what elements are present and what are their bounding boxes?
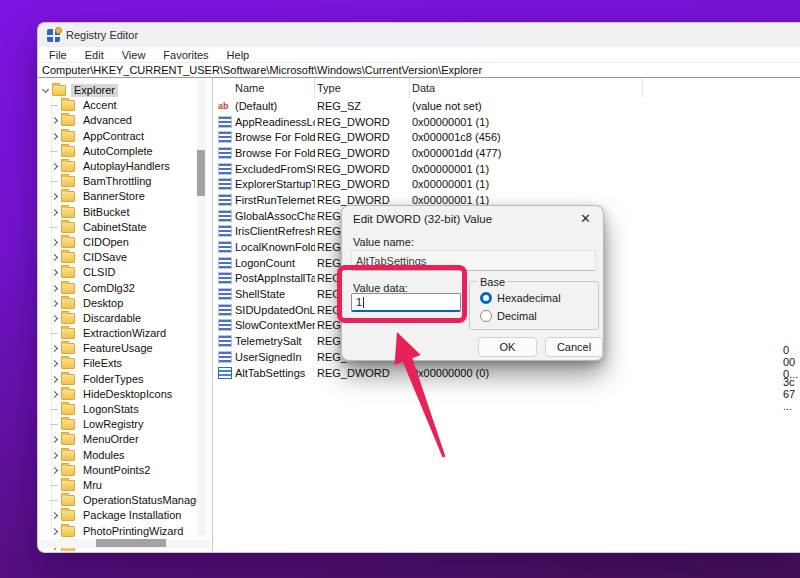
- tree-item-bannerstore[interactable]: BannerStore: [38, 189, 212, 204]
- menu-item-view[interactable]: View: [113, 47, 155, 62]
- chevron-right-icon[interactable]: [49, 389, 59, 399]
- menu-item-file[interactable]: File: [40, 47, 76, 62]
- chevron-right-icon[interactable]: [49, 526, 59, 536]
- chevron-right-icon[interactable]: [49, 359, 59, 369]
- chevron-right-icon[interactable]: [49, 313, 59, 323]
- tree-item-autoplayhandlers[interactable]: AutoplayHandlers: [38, 159, 212, 174]
- value-data-input[interactable]: 1: [351, 293, 461, 312]
- chevron-glyph: [50, 117, 57, 124]
- menu-item-help[interactable]: Help: [218, 47, 259, 62]
- tree-item-package-installation[interactable]: Package Installation: [38, 508, 212, 523]
- tree-item-mountpoints2[interactable]: MountPoints2: [38, 463, 212, 478]
- tree-item-cidopen[interactable]: CIDOpen: [38, 235, 212, 250]
- menu-item-favorites[interactable]: Favorites: [154, 47, 217, 62]
- tree-item-explorer[interactable]: Explorer: [38, 83, 212, 98]
- chevron-right-icon[interactable]: [49, 162, 59, 172]
- value-data: (value not set): [410, 100, 800, 112]
- tree-item-advanced[interactable]: Advanced: [38, 113, 212, 128]
- tree-item-foldertypes[interactable]: FolderTypes: [38, 372, 212, 387]
- tree-item-hidedesktopicons[interactable]: HideDesktopIcons: [38, 387, 212, 402]
- tree-item-appcontract[interactable]: AppContract: [38, 129, 212, 144]
- chevron-right-icon[interactable]: [49, 207, 59, 217]
- chevron-right-icon[interactable]: [49, 450, 59, 460]
- chevron-glyph: [50, 239, 57, 246]
- chevron-right-icon[interactable]: [49, 237, 59, 247]
- tree-item-extractionwizard[interactable]: ExtractionWizard: [38, 326, 212, 341]
- value-row-appreadinesslo-[interactable]: AppReadinessLo...REG_DWORD0x00000001 (1): [213, 114, 800, 130]
- radio-selected-icon[interactable]: [480, 292, 492, 304]
- tree-item-label: ComDlg32: [80, 282, 138, 295]
- chevron-right-icon[interactable]: [49, 511, 59, 521]
- tree-item-modules[interactable]: Modules: [38, 448, 212, 463]
- ok-button[interactable]: OK: [478, 337, 537, 357]
- value-row-explorerstartuptr-[interactable]: ExplorerStartupTr...REG_DWORD0x00000001 …: [213, 176, 800, 192]
- tree-item-fileexts[interactable]: FileExts: [38, 356, 212, 371]
- tree-vertical-scrollbar[interactable]: [197, 80, 206, 535]
- column-header-name[interactable]: Name: [213, 78, 315, 98]
- title-bar[interactable]: Registry Editor: [38, 23, 800, 47]
- menu-item-edit[interactable]: Edit: [76, 47, 113, 62]
- folder-icon: [61, 176, 75, 187]
- tree-item-operationstatusmanager[interactable]: OperationStatusManager: [38, 493, 212, 508]
- chevron-glyph: [50, 512, 57, 519]
- reg-dword-icon: [218, 178, 232, 190]
- tree-horizontal-scrollbar-thumb[interactable]: [96, 539, 166, 547]
- value-row-browse-for-fold-[interactable]: Browse For Fold...REG_DWORD0x000001c8 (4…: [213, 129, 800, 145]
- tree-item-comdlg32[interactable]: ComDlg32: [38, 280, 212, 295]
- column-header-data[interactable]: Data: [410, 78, 643, 98]
- tree-item-featureusage[interactable]: FeatureUsage: [38, 341, 212, 356]
- tree-item-cabinetstate[interactable]: CabinetState: [38, 220, 212, 235]
- tree-item-menuorder[interactable]: MenuOrder: [38, 432, 212, 447]
- tree-item-label: MountPoints2: [80, 464, 153, 477]
- folder-icon: [61, 237, 75, 248]
- radio-unselected-icon[interactable]: [480, 310, 492, 322]
- tree-item-photoprintingwizard[interactable]: PhotoPrintingWizard: [38, 523, 212, 538]
- tree-item-autocomplete[interactable]: AutoComplete: [38, 144, 212, 159]
- chevron-right-icon[interactable]: [49, 116, 59, 126]
- tree-item-label: Accent: [80, 99, 120, 112]
- tree-item-logonstats[interactable]: LogonStats: [38, 402, 212, 417]
- folder-icon: [61, 298, 75, 309]
- column-header-type[interactable]: Type: [315, 78, 410, 98]
- tree-item-lowregistry[interactable]: LowRegistry: [38, 417, 212, 432]
- tree-item-bitbucket[interactable]: BitBucket: [38, 205, 212, 220]
- chevron-right-icon[interactable]: [49, 131, 59, 141]
- folder-icon: [61, 146, 75, 157]
- value-row-alttabsettings[interactable]: AltTabSettingsREG_DWORD0x00000000 (0): [213, 365, 800, 381]
- reg-dword-icon: [218, 319, 232, 331]
- tree-item-accent[interactable]: Accent: [38, 98, 212, 113]
- chevron-right-icon[interactable]: [49, 298, 59, 308]
- value-data: 0x00000001 (1): [410, 116, 800, 128]
- tree-item-desktop[interactable]: Desktop: [38, 296, 212, 311]
- chevron-right-icon[interactable]: [49, 465, 59, 475]
- tree-connector: [49, 177, 59, 187]
- tree-item-bamthrottling[interactable]: BamThrottling: [38, 174, 212, 189]
- tree-pane: ExplorerAccentAdvancedAppContractAutoCom…: [38, 78, 213, 551]
- chevron-right-icon[interactable]: [49, 344, 59, 354]
- value-row--default-[interactable]: ab(Default)REG_SZ(value not set): [213, 98, 800, 114]
- value-name: TelemetrySalt: [235, 335, 315, 347]
- hexadecimal-radio[interactable]: Hexadecimal: [480, 292, 561, 304]
- tree-item-clsid[interactable]: CLSID: [38, 265, 212, 280]
- decimal-label: Decimal: [497, 310, 537, 322]
- tree-vertical-scrollbar-thumb[interactable]: [197, 150, 205, 196]
- chevron-right-icon[interactable]: [49, 283, 59, 293]
- cancel-button[interactable]: Cancel: [545, 337, 603, 357]
- connector-stub: [50, 181, 58, 182]
- decimal-radio[interactable]: Decimal: [480, 310, 537, 322]
- tree-connector: [49, 496, 59, 506]
- tree-item-mru[interactable]: Mru: [38, 478, 212, 493]
- chevron-right-icon[interactable]: [49, 253, 59, 263]
- value-row-browse-for-fold-[interactable]: Browse For Fold...REG_DWORD0x000001dd (4…: [213, 145, 800, 161]
- chevron-down-icon[interactable]: [40, 86, 50, 96]
- address-bar[interactable]: Computer\HKEY_CURRENT_USER\Software\Micr…: [38, 62, 800, 78]
- chevron-right-icon[interactable]: [49, 268, 59, 278]
- value-name: SlowContextMen...: [235, 319, 315, 331]
- close-icon[interactable]: ✕: [580, 213, 591, 225]
- tree-item-discardable[interactable]: Discardable: [38, 311, 212, 326]
- chevron-right-icon[interactable]: [49, 374, 59, 384]
- tree-item-cidsave[interactable]: CIDSave: [38, 250, 212, 265]
- chevron-right-icon[interactable]: [49, 435, 59, 445]
- value-row-excludedfromsta-[interactable]: ExcludedFromSta...REG_DWORD0x00000001 (1…: [213, 161, 800, 177]
- chevron-right-icon[interactable]: [49, 192, 59, 202]
